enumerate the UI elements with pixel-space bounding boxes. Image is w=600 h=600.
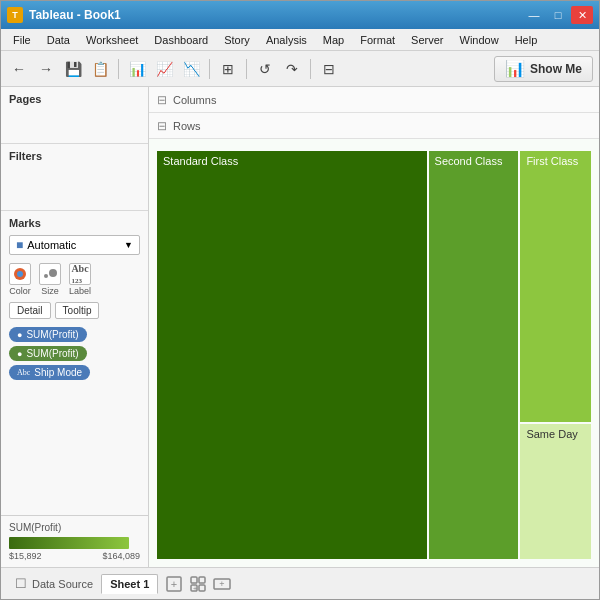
marks-size-item[interactable]: Size <box>39 263 61 296</box>
data-source-checkbox-icon: ☐ <box>15 576 27 591</box>
marks-icons-row: Color Size Abc123 <box>9 263 140 296</box>
pill-abc-icon: Abc <box>17 368 30 377</box>
marks-section: Marks ■ Automatic ▼ Color <box>1 211 148 515</box>
columns-shelf[interactable]: ⊟ Columns <box>149 87 599 113</box>
svg-text:+: + <box>220 579 225 589</box>
toolbar-duplicate-button[interactable]: 📋 <box>88 57 112 81</box>
svg-rect-7 <box>199 577 205 583</box>
title-bar: T Tableau - Book1 — □ ✕ <box>1 1 599 29</box>
maximize-button[interactable]: □ <box>547 6 569 24</box>
marks-pill-sum-profit-2[interactable]: ● SUM(Profit) <box>9 346 87 361</box>
toolbar-separator-3 <box>246 59 247 79</box>
treemap-second-class[interactable]: Second Class <box>429 151 519 559</box>
toolbar: ← → 💾 📋 📊 📈 📉 ⊞ ↺ ↷ ⊟ 📊 Show Me <box>1 51 599 87</box>
close-button[interactable]: ✕ <box>571 6 593 24</box>
pill-circle-icon-2: ● <box>17 349 22 359</box>
add-dashboard-button[interactable]: + <box>188 574 208 594</box>
pages-content <box>9 109 140 139</box>
data-source-label: Data Source <box>32 578 93 590</box>
menu-server[interactable]: Server <box>403 32 451 48</box>
chart-area: Standard Class Second Class First Class … <box>149 139 599 567</box>
menu-format[interactable]: Format <box>352 32 403 48</box>
marks-pill-ship-mode[interactable]: Abc Ship Mode <box>9 365 90 380</box>
content-area: ⊟ Columns ⊟ Rows Standard Class Second C… <box>149 87 599 567</box>
add-story-button[interactable]: + <box>212 574 232 594</box>
add-worksheet-button[interactable]: + <box>164 574 184 594</box>
toolbar-forward-button[interactable]: → <box>34 57 58 81</box>
toolbar-redo-button[interactable]: ↷ <box>280 57 304 81</box>
sheet1-label: Sheet 1 <box>110 578 149 590</box>
menu-map[interactable]: Map <box>315 32 352 48</box>
menu-file[interactable]: File <box>5 32 39 48</box>
toolbar-save-button[interactable]: 💾 <box>61 57 85 81</box>
marks-label: Marks <box>9 217 140 229</box>
window-controls: — □ ✕ <box>523 6 593 24</box>
legend-color-bar <box>9 537 129 549</box>
svg-text:+: + <box>193 584 197 591</box>
standard-class-label: Standard Class <box>163 155 238 167</box>
tab-add-buttons: + + + <box>164 574 232 594</box>
pages-section: Pages <box>1 87 148 144</box>
first-class-label: First Class <box>526 155 578 167</box>
rows-label: Rows <box>173 120 201 132</box>
show-me-button[interactable]: 📊 Show Me <box>494 56 593 82</box>
toolbar-separator-2 <box>209 59 210 79</box>
treemap: Standard Class Second Class First Class … <box>157 151 591 559</box>
marks-label-icon: Abc123 <box>69 263 91 285</box>
marks-pill-sum-profit-1[interactable]: ● SUM(Profit) <box>9 327 87 342</box>
sheet1-tab[interactable]: Sheet 1 <box>101 574 158 594</box>
rows-shelf[interactable]: ⊟ Rows <box>149 113 599 139</box>
menu-dashboard[interactable]: Dashboard <box>146 32 216 48</box>
pill-circle-icon-1: ● <box>17 330 22 340</box>
marks-type-dropdown[interactable]: ■ Automatic ▼ <box>9 235 140 255</box>
menu-data[interactable]: Data <box>39 32 78 48</box>
app-icon: T <box>7 7 23 23</box>
menu-story[interactable]: Story <box>216 32 258 48</box>
tooltip-button[interactable]: Tooltip <box>55 302 100 319</box>
toolbar-undo-button[interactable]: ↺ <box>253 57 277 81</box>
legend-title: SUM(Profit) <box>9 522 140 533</box>
toolbar-separator-1 <box>118 59 119 79</box>
filters-section: Filters <box>1 144 148 211</box>
toolbar-chart2-button[interactable]: 📈 <box>152 57 176 81</box>
marks-color-icon <box>9 263 31 285</box>
menu-worksheet[interactable]: Worksheet <box>78 32 146 48</box>
same-day-label: Same Day <box>526 428 577 440</box>
columns-icon: ⊟ <box>157 93 167 107</box>
legend-section: SUM(Profit) $15,892 $164,089 <box>1 515 148 567</box>
minimize-button[interactable]: — <box>523 6 545 24</box>
main-area: Pages Filters Marks ■ Automatic ▼ <box>1 87 599 567</box>
second-class-label: Second Class <box>435 155 503 167</box>
toolbar-chart1-button[interactable]: 📊 <box>125 57 149 81</box>
toolbar-chart3-button[interactable]: 📉 <box>179 57 203 81</box>
filters-content <box>9 166 140 206</box>
data-source-tab[interactable]: ☐ Data Source <box>7 573 101 594</box>
legend-min: $15,892 <box>9 551 42 561</box>
menu-window[interactable]: Window <box>452 32 507 48</box>
toolbar-separator-4 <box>310 59 311 79</box>
toolbar-extra-button[interactable]: ⊟ <box>317 57 341 81</box>
marks-size-icon <box>39 263 61 285</box>
pages-label: Pages <box>9 93 140 105</box>
menu-help[interactable]: Help <box>507 32 546 48</box>
status-bar: ☐ Data Source Sheet 1 + + <box>1 567 599 599</box>
treemap-right-column: First Class Same Day <box>520 151 591 559</box>
filters-label: Filters <box>9 150 140 162</box>
detail-button[interactable]: Detail <box>9 302 51 319</box>
menu-analysis[interactable]: Analysis <box>258 32 315 48</box>
svg-rect-9 <box>199 585 205 591</box>
treemap-same-day[interactable]: Same Day <box>520 424 591 559</box>
legend-labels: $15,892 $164,089 <box>9 551 140 561</box>
rows-icon: ⊟ <box>157 119 167 133</box>
treemap-standard-class[interactable]: Standard Class <box>157 151 427 559</box>
marks-color-item[interactable]: Color <box>9 263 31 296</box>
toolbar-filter-button[interactable]: ⊞ <box>216 57 240 81</box>
svg-text:+: + <box>171 578 177 590</box>
window-title: Tableau - Book1 <box>29 8 517 22</box>
marks-label-item[interactable]: Abc123 Label <box>69 263 91 296</box>
window: T Tableau - Book1 — □ ✕ File Data Worksh… <box>0 0 600 600</box>
treemap-first-class[interactable]: First Class <box>520 151 591 422</box>
toolbar-back-button[interactable]: ← <box>7 57 31 81</box>
svg-point-1 <box>17 271 23 277</box>
columns-label: Columns <box>173 94 216 106</box>
